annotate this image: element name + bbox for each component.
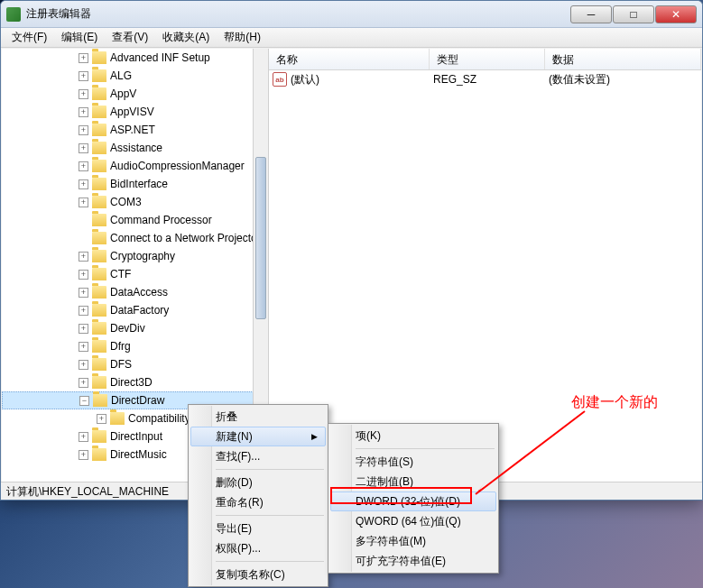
tree-node-dataaccess[interactable]: +DataAccess bbox=[2, 283, 268, 301]
header-name[interactable]: 名称 bbox=[269, 49, 430, 69]
ctx-new-qword[interactable]: QWORD (64 位)值(Q) bbox=[330, 511, 496, 531]
scrollbar-thumb[interactable] bbox=[255, 157, 266, 319]
menu-favorites[interactable]: 收藏夹(A) bbox=[155, 28, 217, 47]
tree-node-connect-to-a-network-projector[interactable]: Connect to a Network Projector bbox=[2, 229, 268, 247]
menu-file[interactable]: 文件(F) bbox=[5, 28, 54, 47]
folder-icon bbox=[92, 178, 106, 190]
tree-label: BidInterface bbox=[110, 178, 168, 190]
expander-icon[interactable]: + bbox=[79, 161, 88, 171]
tree-label: Command Processor bbox=[110, 214, 212, 226]
tree-node-cryptography[interactable]: +Cryptography bbox=[2, 247, 268, 265]
tree-node-advanced-inf-setup[interactable]: +Advanced INF Setup bbox=[2, 49, 268, 67]
tree-node-direct3d[interactable]: +Direct3D bbox=[2, 373, 268, 391]
tree-node-ctf[interactable]: +CTF bbox=[2, 265, 268, 283]
ctx-delete[interactable]: 删除(D) bbox=[190, 473, 326, 492]
menu-edit[interactable]: 编辑(E) bbox=[54, 28, 105, 47]
folder-icon bbox=[92, 160, 106, 172]
ctx-copykey[interactable]: 复制项名称(C) bbox=[190, 565, 326, 584]
separator bbox=[216, 515, 324, 516]
tree-label: COM3 bbox=[110, 196, 142, 208]
tree-node-audiocompressionmanager[interactable]: +AudioCompressionManager bbox=[2, 157, 268, 175]
close-button[interactable]: ✕ bbox=[655, 5, 697, 23]
tree-node-appv[interactable]: +AppV bbox=[2, 85, 268, 103]
folder-icon bbox=[92, 268, 106, 280]
tree-label: Compatibility bbox=[128, 412, 190, 425]
expander-icon[interactable]: − bbox=[79, 396, 89, 406]
value-name: (默认) bbox=[291, 72, 433, 87]
expander-icon[interactable]: + bbox=[79, 198, 88, 207]
context-menu-main: 折叠 新建(N)▶ 查找(F)... 删除(D) 重命名(R) 导出(E) 权限… bbox=[188, 404, 328, 587]
menu-help[interactable]: 帮助(H) bbox=[217, 28, 268, 47]
expander-icon[interactable]: + bbox=[79, 125, 88, 135]
ctx-collapse[interactable]: 折叠 bbox=[190, 407, 326, 427]
tree-label: Direct3D bbox=[110, 376, 153, 389]
expander-icon[interactable]: + bbox=[79, 288, 88, 298]
tree-node-com3[interactable]: +COM3 bbox=[2, 193, 268, 211]
ctx-find[interactable]: 查找(F)... bbox=[190, 446, 326, 466]
tree-node-assistance[interactable]: +Assistance bbox=[2, 139, 268, 157]
expander-icon[interactable]: + bbox=[79, 71, 88, 81]
expander-icon[interactable]: + bbox=[79, 107, 88, 117]
menu-view[interactable]: 查看(V) bbox=[105, 28, 155, 47]
list-pane[interactable]: 名称 类型 数据 ab (默认) REG_SZ (数值未设置) bbox=[269, 49, 701, 482]
tree-node-command-processor[interactable]: Command Processor bbox=[2, 211, 268, 229]
ctx-new-expandstring[interactable]: 可扩充字符串值(E) bbox=[330, 551, 496, 571]
tree-label: ALG bbox=[110, 69, 132, 82]
tree-node-datafactory[interactable]: +DataFactory bbox=[2, 301, 268, 319]
maximize-button[interactable]: □ bbox=[613, 5, 654, 23]
folder-icon bbox=[92, 304, 106, 317]
submenu-arrow-icon: ▶ bbox=[311, 432, 318, 441]
expander-icon[interactable]: + bbox=[79, 179, 88, 189]
expander-icon[interactable]: + bbox=[79, 450, 88, 460]
header-data[interactable]: 数据 bbox=[545, 49, 701, 69]
folder-icon bbox=[92, 430, 106, 443]
tree-label: DataAccess bbox=[110, 286, 168, 299]
titlebar[interactable]: 注册表编辑器 ─ □ ✕ bbox=[1, 1, 702, 28]
separator bbox=[216, 469, 324, 470]
tree-node-bidinterface[interactable]: +BidInterface bbox=[2, 175, 268, 193]
expander-icon[interactable]: + bbox=[79, 270, 88, 280]
expander-icon[interactable]: + bbox=[79, 306, 88, 316]
folder-icon bbox=[92, 358, 106, 371]
ctx-new-string[interactable]: 字符串值(S) bbox=[330, 452, 496, 472]
expander-icon[interactable]: + bbox=[79, 360, 88, 370]
ctx-new-key[interactable]: 项(K) bbox=[330, 426, 496, 446]
tree-label: DirectMusic bbox=[110, 448, 167, 461]
expander-icon[interactable]: + bbox=[79, 143, 88, 153]
expander-icon[interactable]: + bbox=[79, 252, 88, 262]
expander-icon[interactable] bbox=[79, 234, 88, 243]
separator bbox=[216, 561, 324, 562]
tree-node-alg[interactable]: +ALG bbox=[2, 67, 268, 85]
tree-label: DirectDraw bbox=[111, 394, 164, 407]
expander-icon[interactable]: + bbox=[79, 324, 88, 334]
ctx-export[interactable]: 导出(E) bbox=[190, 519, 326, 538]
annotation-highlight-box bbox=[330, 487, 472, 504]
folder-icon bbox=[92, 286, 106, 299]
list-row[interactable]: ab (默认) REG_SZ (数值未设置) bbox=[269, 70, 701, 88]
list-header: 名称 类型 数据 bbox=[269, 49, 701, 70]
expander-icon[interactable]: + bbox=[79, 342, 88, 352]
expander-icon[interactable]: + bbox=[79, 432, 88, 442]
tree-node-dfrg[interactable]: +Dfrg bbox=[2, 337, 268, 355]
ctx-new[interactable]: 新建(N)▶ bbox=[190, 427, 326, 446]
tree-node-asp-net[interactable]: +ASP.NET bbox=[2, 121, 268, 139]
ctx-rename[interactable]: 重命名(R) bbox=[190, 492, 326, 512]
regedit-icon bbox=[6, 7, 21, 22]
folder-icon bbox=[93, 394, 107, 407]
tree-label: Advanced INF Setup bbox=[110, 51, 210, 64]
menubar: 文件(F) 编辑(E) 查看(V) 收藏夹(A) 帮助(H) bbox=[1, 28, 702, 48]
folder-icon bbox=[92, 448, 106, 461]
tree-label: AudioCompressionManager bbox=[110, 160, 245, 172]
expander-icon[interactable]: + bbox=[97, 414, 106, 424]
expander-icon[interactable]: + bbox=[79, 53, 88, 63]
ctx-permissions[interactable]: 权限(P)... bbox=[190, 538, 326, 558]
tree-node-devdiv[interactable]: +DevDiv bbox=[2, 319, 268, 337]
tree-node-appvisv[interactable]: +AppVISV bbox=[2, 103, 268, 121]
expander-icon[interactable] bbox=[79, 216, 88, 225]
expander-icon[interactable]: + bbox=[79, 378, 88, 388]
tree-node-dfs[interactable]: +DFS bbox=[2, 355, 268, 373]
minimize-button[interactable]: ─ bbox=[570, 5, 612, 23]
header-type[interactable]: 类型 bbox=[430, 49, 545, 69]
expander-icon[interactable]: + bbox=[79, 89, 88, 99]
ctx-new-multistring[interactable]: 多字符串值(M) bbox=[330, 531, 496, 551]
